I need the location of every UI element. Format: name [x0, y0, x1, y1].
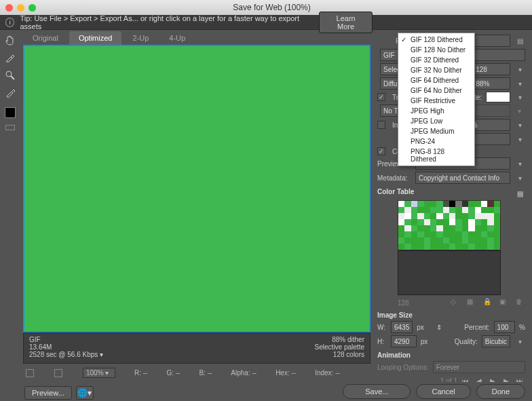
color-swatch[interactable] — [455, 244, 461, 250]
preview-toggle-2-icon[interactable] — [54, 369, 62, 377]
preset-option[interactable]: PNG-8 128 Dithered — [398, 147, 474, 164]
preset-option[interactable]: GIF 32 No Dither — [398, 65, 474, 75]
color-swatch[interactable] — [468, 219, 474, 225]
color-swatch[interactable] — [475, 225, 481, 231]
eyedropper-tool-icon[interactable] — [4, 87, 16, 99]
color-swatch[interactable] — [417, 237, 423, 244]
color-swatch[interactable] — [424, 213, 430, 219]
color-swatch[interactable] — [462, 237, 468, 244]
preset-menu-icon[interactable]: ▤ — [514, 35, 525, 46]
preview-toggle-icon[interactable] — [26, 369, 34, 377]
color-swatch[interactable] — [475, 231, 481, 237]
width-field[interactable]: 6435 — [391, 321, 413, 333]
color-swatch[interactable] — [404, 225, 411, 231]
color-swatch[interactable] — [481, 225, 487, 231]
color-swatch[interactable] — [475, 219, 481, 225]
color-swatch[interactable] — [468, 225, 474, 231]
color-swatch[interactable] — [468, 207, 474, 213]
color-swatch[interactable] — [455, 213, 461, 219]
color-swatch[interactable] — [481, 201, 487, 207]
color-swatch[interactable] — [430, 201, 436, 207]
color-swatch[interactable] — [449, 219, 455, 225]
color-swatch[interactable] — [475, 213, 481, 219]
info-menu-icon[interactable]: ▾ — [100, 351, 103, 358]
lossy-stepper-icon[interactable]: ▾ — [514, 134, 525, 145]
color-swatch[interactable] — [398, 231, 404, 237]
color-swatch[interactable] — [481, 231, 487, 237]
ct-websafe-icon[interactable]: ◇ — [451, 298, 460, 307]
color-swatch[interactable] — [424, 207, 430, 213]
metadata-dropdown-icon[interactable]: ▾ — [514, 172, 525, 183]
color-swatch[interactable] — [449, 231, 455, 237]
color-swatch[interactable] — [430, 225, 436, 231]
color-swatch[interactable] — [436, 237, 442, 244]
color-swatch[interactable] — [494, 237, 500, 244]
color-swatch[interactable] — [494, 207, 500, 213]
preset-option[interactable]: JPEG Low — [398, 116, 474, 126]
color-swatch[interactable] — [424, 225, 430, 231]
color-swatch[interactable] — [481, 237, 487, 244]
color-swatch[interactable] — [436, 225, 442, 231]
preset-option[interactable]: GIF 32 Dithered — [398, 55, 474, 65]
tab-4up[interactable]: 4-Up — [159, 31, 195, 45]
color-swatch[interactable] — [443, 219, 449, 225]
cancel-button[interactable]: Cancel — [416, 384, 470, 399]
color-swatch[interactable] — [436, 213, 442, 219]
color-swatch[interactable] — [443, 207, 449, 213]
srgb-checkbox[interactable]: ✓ — [377, 147, 385, 155]
color-swatch[interactable] — [404, 244, 411, 250]
percent-field[interactable]: 100 — [494, 321, 516, 333]
preview-dropdown-icon[interactable]: ▾ — [514, 158, 525, 169]
color-swatch[interactable] — [430, 213, 436, 219]
color-swatch[interactable] — [424, 201, 430, 207]
color-swatch[interactable] — [475, 207, 481, 213]
color-swatch[interactable] — [417, 219, 423, 225]
transparency-checkbox[interactable]: ✓ — [377, 93, 385, 101]
color-swatch[interactable] — [436, 231, 442, 237]
color-swatch[interactable] — [443, 213, 449, 219]
color-swatch[interactable] — [411, 201, 417, 207]
color-swatch[interactable] — [455, 219, 461, 225]
color-swatch[interactable] — [411, 207, 417, 213]
color-swatch[interactable] — [398, 213, 404, 219]
color-swatch[interactable] — [411, 244, 417, 250]
color-swatch[interactable] — [494, 213, 500, 219]
color-swatch[interactable] — [398, 219, 404, 225]
color-swatch[interactable] — [487, 219, 493, 225]
color-swatch[interactable] — [487, 201, 493, 207]
preset-option[interactable]: GIF 128 No Dither — [398, 45, 474, 55]
quality-dropdown-icon[interactable]: ▾ — [514, 336, 525, 347]
color-swatch[interactable] — [398, 201, 404, 207]
color-swatch[interactable] — [404, 219, 411, 225]
color-swatch[interactable] — [411, 231, 417, 237]
ct-transparent-icon[interactable]: ▦ — [467, 298, 476, 307]
zoom-tool-icon[interactable] — [4, 69, 16, 81]
slice-tool-icon[interactable] — [4, 52, 16, 64]
color-swatch[interactable] — [462, 219, 468, 225]
color-swatch[interactable] — [487, 207, 493, 213]
preview-button[interactable]: Preview... — [24, 386, 72, 400]
color-swatch[interactable] — [417, 213, 423, 219]
color-swatch[interactable] — [417, 225, 423, 231]
preset-option[interactable]: GIF 64 No Dither — [398, 85, 474, 96]
color-swatch[interactable] — [404, 201, 411, 207]
browser-preview-icon[interactable]: 🌐▾ — [76, 386, 94, 400]
color-swatch[interactable] — [468, 237, 474, 244]
save-button[interactable]: Save... — [343, 384, 411, 399]
color-swatch[interactable] — [430, 207, 436, 213]
color-swatch[interactable] — [411, 225, 417, 231]
done-button[interactable]: Done — [476, 384, 525, 399]
preset-option[interactable]: PNG-24 — [398, 136, 474, 147]
color-swatch[interactable] — [436, 207, 442, 213]
tab-original[interactable]: Original — [23, 31, 68, 45]
preset-option[interactable]: GIF Restrictive — [398, 96, 474, 106]
color-swatch[interactable] — [449, 213, 455, 219]
color-swatch[interactable] — [481, 244, 487, 250]
preset-option[interactable]: JPEG High — [398, 106, 474, 116]
color-swatch[interactable] — [468, 244, 474, 250]
toggle-slices-icon[interactable] — [5, 125, 15, 130]
color-swatch[interactable] — [430, 237, 436, 244]
color-swatch[interactable] — [494, 231, 500, 237]
color-swatch[interactable] — [468, 213, 474, 219]
tab-2up[interactable]: 2-Up — [123, 31, 158, 45]
